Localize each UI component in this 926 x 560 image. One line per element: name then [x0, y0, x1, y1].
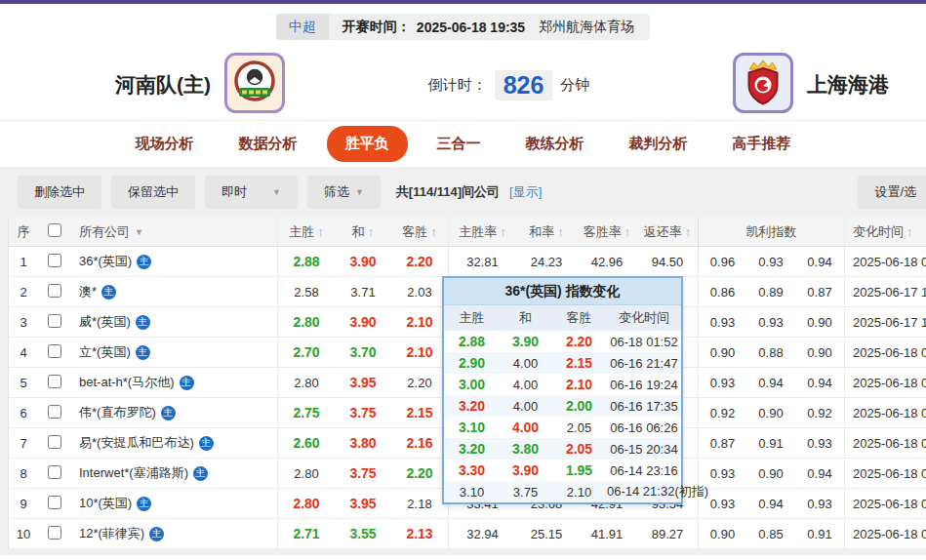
row-checkbox[interactable] — [48, 496, 61, 509]
header-company[interactable]: 所有公司 ▼ — [71, 218, 278, 246]
row-index: 4 — [9, 345, 38, 360]
show-link[interactable]: [显示] — [509, 183, 542, 201]
settings-button[interactable]: 设置/选 — [858, 176, 926, 209]
tab-7[interactable]: 高手推荐 — [717, 126, 807, 162]
keep-selected-button[interactable]: 保留选中 — [111, 176, 195, 209]
company-name[interactable]: Interwet*(塞浦路斯)主 — [71, 459, 278, 488]
popup-history-row: 3.203.802.0506-15 20:34 — [444, 438, 681, 460]
row-checkbox[interactable] — [48, 526, 61, 540]
row-checkbox-cell — [38, 375, 71, 391]
odds-history-popup: 36*(英国) 指数变化 主胜 和 客胜 变化时间 2.883.902.2006… — [442, 276, 683, 504]
company-name[interactable]: 易*(安提瓜和巴布达)主 — [71, 428, 278, 458]
header-return-rate[interactable]: 返还率↑ — [637, 223, 698, 241]
header-home-rate[interactable]: 主胜率↑ — [448, 218, 516, 246]
kelly-value: 0.93 — [698, 368, 746, 397]
change-time: 2025-06-18 03:08 — [844, 489, 926, 518]
row-index: 5 — [9, 376, 38, 390]
company-name[interactable]: 12*(菲律宾)主 — [71, 519, 278, 548]
odds-value: 2.13 — [391, 526, 448, 541]
kelly-value: 0.86 — [698, 277, 746, 306]
company-name[interactable]: 10*(英国)主 — [71, 489, 278, 518]
away-team-logo-icon — [733, 53, 793, 117]
home-team-name: 河南队(主) — [115, 71, 211, 99]
instant-dropdown[interactable]: 即时 ▼ — [205, 176, 298, 209]
kelly-value: 0.93 — [795, 497, 844, 511]
main-badge-icon: 主 — [193, 466, 208, 481]
caret-down-icon: ▼ — [135, 227, 143, 237]
popup-odds-value: 4.00 — [500, 399, 551, 414]
popup-odds-value: 2.88 — [444, 334, 500, 349]
row-index: 1 — [9, 255, 38, 269]
kelly-value: 0.90 — [795, 345, 844, 360]
header-away-rate[interactable]: 客胜率↑ — [577, 223, 637, 241]
instant-dropdown-label: 即时 — [221, 183, 247, 201]
header-away-win[interactable]: 客胜↑ — [391, 223, 448, 241]
table-row: 136*(英国)主2.883.902.2032.8124.2342.9694.5… — [9, 247, 926, 277]
row-checkbox[interactable] — [48, 465, 61, 479]
kelly-value: 0.92 — [795, 406, 844, 420]
countdown: 倒计时： 826 分钟 — [285, 70, 733, 100]
popup-odds-value: 4.00 — [500, 420, 551, 435]
row-checkbox[interactable] — [48, 435, 61, 449]
delete-selected-button[interactable]: 删除选中 — [18, 176, 101, 209]
sort-asc-icon: ↑ — [317, 224, 324, 239]
odds-value: 3.70 — [335, 344, 391, 360]
row-checkbox[interactable] — [48, 375, 61, 388]
header-draw[interactable]: 和↑ — [335, 223, 391, 241]
kelly-value: 0.85 — [746, 527, 795, 541]
popup-history-row: 3.004.002.1006-16 19:24 — [444, 374, 681, 395]
popup-odds-value: 2.05 — [551, 420, 607, 435]
odds-value: 2.60 — [278, 435, 335, 451]
company-name[interactable]: 伟*(直布罗陀)主 — [71, 398, 278, 427]
header-change-time[interactable]: 变化时间↑ — [844, 218, 926, 246]
company-name[interactable]: 36*(英国)主 — [71, 247, 278, 276]
row-checkbox[interactable] — [48, 405, 61, 419]
kickoff-label: 开赛时间： — [329, 19, 417, 36]
filter-dropdown[interactable]: 筛选 ▼ — [307, 176, 381, 209]
popup-header-time: 变化时间 — [607, 309, 681, 327]
row-checkbox[interactable] — [48, 254, 61, 267]
row-checkbox[interactable] — [48, 344, 61, 358]
row-index: 8 — [9, 466, 38, 481]
odds-value: 3.95 — [335, 496, 391, 511]
main-badge-icon: 主 — [101, 285, 116, 300]
tab-5[interactable]: 教练分析 — [510, 126, 600, 162]
kelly-value: 0.90 — [795, 315, 844, 330]
select-all-checkbox[interactable] — [48, 223, 61, 237]
countdown-unit: 分钟 — [560, 76, 589, 95]
popup-change-time: 06-14 21:32(初指) — [607, 483, 708, 500]
odds-value: 2.10 — [391, 344, 448, 360]
header-select-all[interactable] — [38, 223, 71, 240]
venue: 郑州航海体育场 — [539, 19, 650, 36]
odds-table-header: 序 所有公司 ▼ 主胜↑ 和↑ 客胜↑ 主胜率↑ 和率↑ 客胜率↑ 返还率↑ 凯… — [9, 218, 926, 247]
header-home-win[interactable]: 主胜↑ — [278, 223, 335, 241]
odds-value: 2.80 — [278, 314, 335, 330]
company-name[interactable]: bet-at-h*(马尔他)主 — [71, 368, 278, 397]
kelly-value: 0.94 — [746, 497, 795, 511]
main-badge-icon: 主 — [161, 406, 176, 420]
company-name[interactable]: 威*(英国)主 — [71, 307, 278, 337]
row-checkbox[interactable] — [48, 314, 61, 328]
header-draw-rate[interactable]: 和率↑ — [516, 223, 577, 241]
company-name[interactable]: 立*(英国)主 — [71, 338, 278, 367]
caret-down-icon: ▼ — [355, 187, 364, 197]
away-team: 上海海港 — [733, 53, 889, 117]
tab-6[interactable]: 裁判分析 — [614, 126, 704, 162]
change-time: 2025-06-18 01:53 — [844, 247, 926, 276]
main-badge-icon: 主 — [136, 315, 150, 330]
header-seq[interactable]: 序 — [9, 223, 38, 241]
tab-2[interactable]: 数据分析 — [223, 126, 313, 162]
row-checkbox[interactable] — [48, 284, 61, 298]
sort-asc-icon: ↑ — [500, 224, 506, 239]
kelly-value: 0.94 — [795, 466, 844, 481]
tab-4[interactable]: 三合一 — [422, 126, 497, 162]
company-name[interactable]: 澳*主 — [71, 277, 278, 306]
row-checkbox-cell — [38, 314, 71, 331]
popup-odds-value: 4.00 — [500, 356, 551, 371]
tab-1[interactable]: 现场分析 — [120, 126, 210, 162]
odds-value: 2.15 — [391, 405, 448, 420]
header-company-label: 所有公司 — [79, 223, 130, 241]
tab-3[interactable]: 胜平负 — [327, 126, 408, 162]
header-kelly[interactable]: 凯利指数 — [698, 218, 844, 246]
odds-value: 2.80 — [278, 466, 335, 481]
